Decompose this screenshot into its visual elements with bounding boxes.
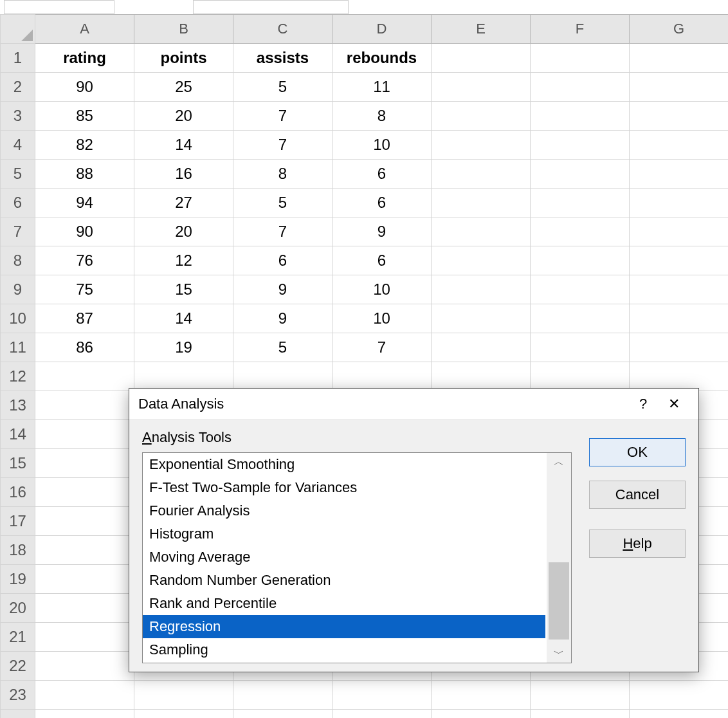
analysis-tool-item[interactable]: Regression	[143, 615, 545, 638]
cell[interactable]	[233, 710, 332, 719]
cell[interactable]: 10	[332, 131, 432, 160]
cell[interactable]	[134, 710, 233, 719]
cell[interactable]	[233, 681, 332, 710]
analysis-tool-item[interactable]: Rank and Percentile	[143, 592, 545, 615]
cell[interactable]	[630, 160, 729, 189]
cell[interactable]: 9	[233, 304, 332, 333]
cell[interactable]	[35, 710, 134, 719]
cell[interactable]: 94	[35, 189, 134, 217]
cell[interactable]: 20	[134, 102, 233, 131]
cell[interactable]: 10	[332, 275, 432, 304]
cell[interactable]	[630, 102, 729, 131]
cell[interactable]	[432, 189, 531, 217]
cell[interactable]: 6	[332, 160, 432, 189]
cell[interactable]	[35, 594, 134, 623]
name-box[interactable]	[4, 0, 114, 14]
cell[interactable]: 7	[332, 333, 432, 362]
cell[interactable]	[630, 333, 729, 362]
row-header[interactable]: 14	[1, 420, 35, 449]
cell[interactable]	[630, 710, 729, 719]
cell[interactable]	[432, 333, 531, 362]
cell[interactable]	[432, 304, 531, 333]
help-icon[interactable]: ?	[628, 389, 659, 419]
analysis-tool-item[interactable]: Exponential Smoothing	[143, 453, 545, 476]
cell[interactable]: 5	[233, 73, 332, 102]
cell[interactable]	[432, 681, 531, 710]
cell[interactable]	[432, 102, 531, 131]
cell[interactable]: 25	[134, 73, 233, 102]
close-icon[interactable]: ✕	[659, 389, 689, 419]
cell[interactable]	[35, 623, 134, 652]
cancel-button[interactable]: Cancel	[589, 481, 686, 509]
cell[interactable]: 19	[134, 333, 233, 362]
ok-button[interactable]: OK	[589, 438, 686, 466]
analysis-tool-item[interactable]: Fourier Analysis	[143, 499, 545, 522]
cell[interactable]: 12	[134, 246, 233, 275]
column-header[interactable]: D	[332, 15, 432, 44]
analysis-tool-item[interactable]: Random Number Generation	[143, 569, 545, 592]
cell[interactable]	[531, 44, 630, 73]
cell[interactable]	[630, 44, 729, 73]
row-header[interactable]: 12	[1, 362, 35, 391]
cell[interactable]	[332, 681, 432, 710]
cell[interactable]	[332, 710, 432, 719]
row-header[interactable]: 1	[1, 44, 35, 73]
cell[interactable]	[35, 536, 134, 565]
cell[interactable]: 85	[35, 102, 134, 131]
cell[interactable]	[432, 362, 531, 391]
cell[interactable]: points	[134, 44, 233, 73]
cell[interactable]: assists	[233, 44, 332, 73]
column-header[interactable]: F	[531, 15, 630, 44]
cell[interactable]	[630, 217, 729, 246]
cell[interactable]: 14	[134, 304, 233, 333]
cell[interactable]	[531, 102, 630, 131]
cell[interactable]	[432, 44, 531, 73]
row-header[interactable]: 7	[1, 217, 35, 246]
row-header[interactable]: 21	[1, 623, 35, 652]
cell[interactable]	[531, 681, 630, 710]
cell[interactable]	[531, 333, 630, 362]
cell[interactable]	[630, 275, 729, 304]
formula-bar[interactable]	[193, 0, 349, 14]
cell[interactable]: 6	[332, 189, 432, 217]
row-header[interactable]: 22	[1, 652, 35, 681]
cell[interactable]	[531, 160, 630, 189]
cell[interactable]: 87	[35, 304, 134, 333]
cell[interactable]	[233, 362, 332, 391]
row-header[interactable]: 3	[1, 102, 35, 131]
cell[interactable]	[35, 478, 134, 507]
cell[interactable]	[134, 681, 233, 710]
scroll-down-icon[interactable]: ﹀	[547, 645, 571, 663]
cell[interactable]	[531, 304, 630, 333]
row-header[interactable]: 8	[1, 246, 35, 275]
column-header[interactable]: G	[630, 15, 729, 44]
cell[interactable]	[531, 189, 630, 217]
analysis-tools-listbox[interactable]: Exponential SmoothingF-Test Two-Sample f…	[142, 452, 572, 663]
cell[interactable]	[531, 131, 630, 160]
cell[interactable]	[630, 304, 729, 333]
cell[interactable]: 15	[134, 275, 233, 304]
cell[interactable]	[531, 710, 630, 719]
row-header[interactable]: 20	[1, 594, 35, 623]
column-header[interactable]: C	[233, 15, 332, 44]
row-header[interactable]: 19	[1, 565, 35, 594]
cell[interactable]	[332, 362, 432, 391]
cell[interactable]	[134, 362, 233, 391]
cell[interactable]	[432, 160, 531, 189]
cell[interactable]	[432, 710, 531, 719]
cell[interactable]	[531, 362, 630, 391]
analysis-tool-item[interactable]: Histogram	[143, 522, 545, 546]
cell[interactable]: 7	[233, 217, 332, 246]
cell[interactable]	[630, 246, 729, 275]
cell[interactable]: 6	[332, 246, 432, 275]
cell[interactable]	[35, 565, 134, 594]
cell[interactable]: 7	[233, 102, 332, 131]
cell[interactable]	[35, 449, 134, 478]
row-header[interactable]: 9	[1, 275, 35, 304]
cell[interactable]: 20	[134, 217, 233, 246]
row-header[interactable]: 15	[1, 449, 35, 478]
row-header[interactable]: 5	[1, 160, 35, 189]
row-header[interactable]: 18	[1, 536, 35, 565]
cell[interactable]: 90	[35, 73, 134, 102]
row-header[interactable]: 6	[1, 189, 35, 217]
